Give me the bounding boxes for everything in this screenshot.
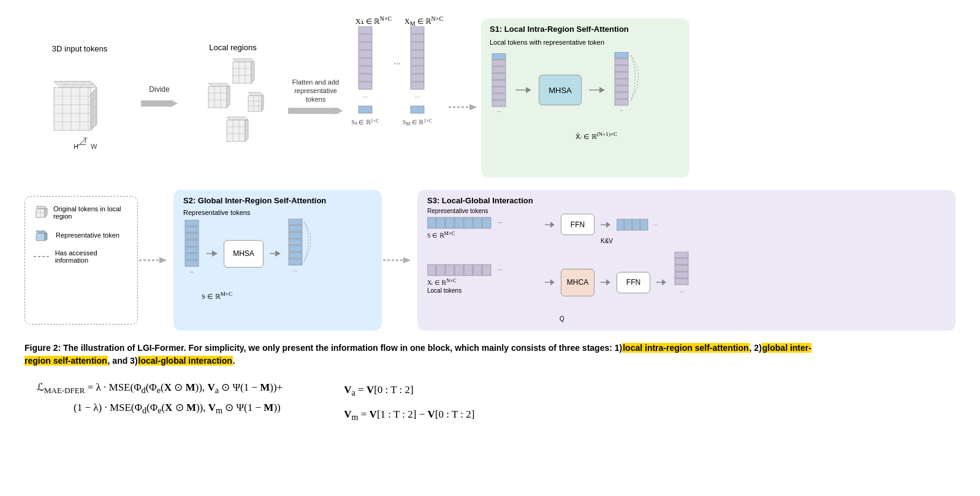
s3-rep-section: Representative tokens ··· [427, 208, 537, 239]
svg-rect-126 [289, 225, 302, 231]
svg-marker-1 [91, 88, 97, 130]
x1-label: X₁ ∈ ℝN×C [355, 15, 392, 26]
s3-seq-label: S ∈ ℝM×C [427, 231, 455, 239]
s3-mhca-label: MHCA [567, 278, 588, 287]
math-left: ℒMAE-DFER = λ · MSE(Φd(Φe(X ⊙ M)), Va ⊙ … [37, 378, 283, 419]
s1-input-col: ··· [490, 53, 508, 127]
token-columns-svg: ··· S₁ ∈ ℝ1×C ··· ··· [349, 26, 447, 173]
svg-text:···: ··· [498, 266, 503, 273]
bottom-diagram: Original tokens in local region Represen… [25, 190, 955, 331]
svg-rect-114 [185, 227, 199, 233]
legend-cube-icon [34, 204, 48, 221]
svg-rect-167 [675, 258, 688, 265]
svg-marker-79 [469, 104, 477, 110]
s3-ffn1-label: FFN [571, 220, 585, 229]
svg-marker-92 [599, 87, 605, 93]
s3-rep-row-svg: ··· [427, 216, 537, 230]
s3-rep-row: ··· [427, 216, 537, 230]
svg-rect-80 [492, 53, 506, 59]
legend-rep-icon [34, 228, 51, 242]
svg-marker-35 [227, 86, 230, 108]
s3-kv-labels: K&V [561, 238, 691, 244]
svg-marker-104 [45, 209, 47, 217]
s3-ops: FFN ··· [544, 214, 691, 322]
s3-out-rep: ··· [617, 218, 666, 231]
svg-rect-166 [675, 252, 688, 258]
svg-rect-82 [492, 67, 506, 73]
cube-3d-svg: H T W [36, 57, 124, 152]
s1-title: S1: Local Intra-Region Self-Attention [490, 24, 681, 34]
legend-item-original: Original tokens in local region [34, 204, 129, 221]
s3-arr-kv [544, 219, 556, 231]
svg-rect-127 [289, 232, 302, 238]
svg-rect-83 [492, 73, 506, 80]
s3-xi-label: Xᵢ ∈ ℝN×C [427, 278, 457, 286]
svg-text:S₁ ∈ ℝ1×C: S₁ ∈ ℝ1×C [351, 118, 379, 126]
svg-rect-55 [359, 26, 372, 34]
s3-ffn2-label: FFN [626, 278, 640, 287]
svg-marker-90 [526, 87, 531, 93]
arrow-to-s2 [138, 190, 167, 331]
svg-rect-96 [615, 72, 628, 78]
divide-label: Divide [149, 85, 169, 94]
svg-marker-163 [606, 279, 610, 285]
s3-rep-label: Representative tokens [427, 208, 488, 214]
s3-box: S3: Local-Global Interaction Representat… [417, 190, 955, 331]
svg-rect-56 [359, 34, 372, 42]
svg-rect-125 [289, 219, 302, 225]
svg-marker-165 [662, 279, 666, 285]
s3-title: S3: Local-Global Interaction [427, 196, 946, 205]
svg-rect-41 [227, 120, 245, 141]
svg-marker-152 [550, 222, 555, 228]
s3-local-row: ··· [427, 263, 537, 277]
svg-rect-169 [675, 272, 688, 278]
svg-marker-124 [275, 250, 281, 257]
svg-text:···: ··· [363, 94, 368, 100]
s2-arr1 [205, 246, 219, 261]
s1-arrow2 [588, 81, 606, 99]
svg-marker-47 [248, 92, 264, 96]
svg-rect-71 [411, 58, 424, 66]
svg-marker-40 [227, 117, 248, 120]
s3-mhca-row: MHCA FFN [544, 252, 691, 313]
highlight3: local-global interaction [138, 356, 233, 366]
math-section: ℒMAE-DFER = λ · MSE(Φd(Φe(X ⊙ M)), Va ⊙ … [25, 374, 955, 432]
s1-box: S1: Local Intra-Region Self-Attention Lo… [481, 18, 689, 178]
svg-rect-143 [427, 265, 436, 276]
svg-text:···: ··· [294, 268, 297, 274]
svg-rect-59 [359, 58, 372, 66]
svg-marker-122 [212, 250, 218, 257]
kv-label: K&V [601, 238, 613, 244]
svg-rect-128 [289, 239, 302, 245]
svg-text:SM ∈ ℝ1×C: SM ∈ ℝ1×C [403, 118, 433, 127]
local-regions-svg [187, 56, 279, 154]
s3-input-cols: Representative tokens ··· [427, 208, 537, 294]
svg-rect-84 [492, 80, 506, 86]
svg-rect-64 [359, 106, 372, 113]
legend-item-dashed: Has accessed information [34, 249, 129, 264]
svg-rect-147 [464, 265, 473, 276]
svg-rect-76 [411, 106, 424, 113]
legend-box: Original tokens in local region Represen… [25, 196, 138, 325]
flatten-arrow-svg [288, 103, 343, 118]
svg-rect-68 [411, 34, 424, 42]
svg-rect-139 [464, 217, 473, 228]
svg-marker-42 [245, 120, 248, 141]
legend-dashed-icon [34, 252, 50, 261]
svg-marker-134 [403, 257, 411, 263]
svg-rect-129 [289, 246, 302, 252]
s1-mhsa-label: MHSA [549, 86, 572, 95]
svg-marker-33 [208, 83, 230, 86]
svg-rect-98 [615, 86, 628, 92]
main-container: 3D input tokens [0, 0, 980, 496]
svg-rect-85 [492, 87, 506, 93]
s3-arr-q [544, 276, 556, 288]
highlight1: local intra-region self-attention [622, 343, 749, 353]
svg-text:···: ··· [680, 289, 683, 295]
dashed-arrow-s1 [447, 100, 478, 115]
svg-rect-108 [36, 233, 45, 241]
s1-xhat-label: X̂ᵢ ∈ ℝ(N+1)×C [575, 131, 681, 141]
math-left-line2: (1 − λ) · MSE(Φd(Φe(X ⊙ M)), Vm ⊙ Ψ(1 − … [74, 399, 283, 419]
svg-marker-161 [550, 279, 555, 285]
caption-text2: , 2) [750, 343, 762, 353]
